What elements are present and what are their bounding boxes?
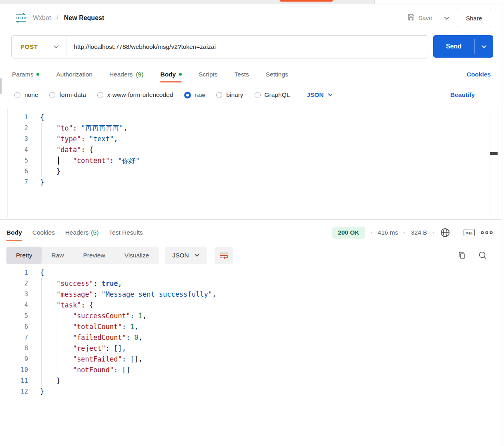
code-line[interactable]: 4 "data": { [0,145,140,155]
line-number: 5 [0,155,30,166]
tab-scripts-label: Scripts [199,71,217,78]
code-line[interactable]: 7 "failedCount": 0, [0,332,216,343]
line-number: 6 [0,166,30,177]
view-raw[interactable]: Raw [42,247,73,264]
code-line[interactable]: 4 "task": { [0,300,216,311]
body-type-form-data[interactable]: form-data [49,91,86,98]
code-line[interactable]: 5 "successCount": 1, [0,311,216,321]
request-body-editor[interactable]: 1{2 "to": "再再再再再",3 "type": "text",4 "da… [0,112,140,188]
status-badge[interactable]: 200 OK [332,227,365,239]
code-line[interactable]: 12} [0,386,216,397]
code-line[interactable]: 2 "to": "再再再再再", [0,123,140,134]
line-number: 4 [0,300,30,311]
send-options-chevron-icon[interactable] [475,35,493,58]
toolbar-right-icons [457,246,488,265]
radio-selected-icon [184,92,191,98]
response-tab-body[interactable]: Body [6,223,22,242]
editor-overview-ruler[interactable] [490,109,498,217]
body-type-x-www-form-urlencoded[interactable]: x-www-form-urlencoded [97,91,173,98]
breadcrumb: HTTP Wxbot / New Request [14,13,104,23]
tab-tests[interactable]: Tests [235,66,249,82]
line-number: 7 [0,332,30,343]
header-actions: Save Share [407,9,491,27]
line-number: 11 [0,376,30,386]
code-line[interactable]: 6 "totalCount": 1, [0,321,216,332]
tab-params[interactable]: Params [12,66,39,82]
send-button-label: Send [433,35,474,58]
code-line[interactable]: 3 "type": "text", [0,134,140,145]
meta-divider [457,228,457,237]
body-type-binary[interactable]: binary [216,91,243,98]
code-line[interactable]: 10 "notFound": [] [0,365,216,376]
view-pretty[interactable]: Pretty [6,247,42,264]
body-type-binary-label: binary [226,91,243,98]
tab-tests-label: Tests [235,71,249,78]
code-line[interactable]: 1{ [0,267,216,278]
code-line[interactable]: 3 "message": "Message sent successfully"… [0,289,216,300]
response-tab-body-label: Body [6,229,22,236]
copy-icon[interactable] [457,251,467,260]
tab-authorization[interactable]: Authorization [56,66,92,82]
more-actions-icon[interactable] [480,231,493,235]
mock-example-icon[interactable]: e.g. [464,229,475,236]
meta-separator-dot [371,232,372,233]
save-button[interactable]: Save [407,13,432,23]
view-visualize[interactable]: Visualize [115,247,159,264]
body-type-graphql[interactable]: GraphQL [255,91,290,98]
headers-count: (9) [136,71,143,78]
tab-scripts[interactable]: Scripts [199,66,217,82]
method-selector[interactable]: POST [12,43,66,50]
code-line[interactable]: 2 "success": true, [0,278,216,289]
tab-body[interactable]: Body [160,66,182,82]
method-label: POST [20,43,38,50]
line-number: 7 [0,177,30,188]
line-number: 3 [0,134,30,145]
response-language-chevron-icon [195,254,199,257]
code-line[interactable]: 1{ [0,112,140,123]
tab-headers[interactable]: Headers (9) [109,66,144,82]
view-preview[interactable]: Preview [74,247,115,264]
left-scrollbar-thumb[interactable] [0,78,2,94]
body-type-none[interactable]: none [14,91,38,98]
view-preview-label: Preview [83,252,105,259]
tab-params-label: Params [12,71,33,78]
save-options-chevron-icon[interactable] [444,16,450,20]
request-response-divider[interactable] [0,219,502,220]
send-button[interactable]: Send [433,35,493,58]
search-icon[interactable] [478,251,488,260]
line-number: 1 [0,112,30,123]
code-line[interactable]: 11 } [0,376,216,386]
line-number: 5 [0,311,30,321]
response-size[interactable]: 324 B [411,229,427,236]
code-line[interactable]: 5 "content": "你好" [0,155,140,166]
code-line[interactable]: 6 } [0,166,140,177]
url-input[interactable]: http://localhost:7788/webhook/msg/v2?tok… [66,43,216,50]
response-headers-count: (5) [91,229,98,236]
code-line[interactable]: 9 "sentFailed": [], [0,354,216,365]
cookies-link[interactable]: Cookies [467,66,491,82]
overview-ruler-cursor-mark [490,152,498,155]
indent-guide [41,123,42,177]
code-line[interactable]: 7} [0,177,140,188]
body-type-raw[interactable]: raw [184,91,205,98]
response-language-label: JSON [172,252,189,259]
tab-settings[interactable]: Settings [266,66,288,82]
share-button[interactable]: Share [457,9,491,27]
wrap-lines-button[interactable] [215,247,233,264]
response-tab-headers[interactable]: Headers (5) [65,223,99,242]
breadcrumb-request-name[interactable]: New Request [64,14,104,22]
code-line[interactable]: 8 "reject": [], [0,343,216,354]
postman-window: HTTP Wxbot / New Request Save [0,0,504,446]
save-button-label: Save [418,14,432,22]
response-tab-cookies[interactable]: Cookies [32,223,55,242]
response-body-editor[interactable]: 1{2 "success": true,3 "message": "Messag… [0,267,216,397]
network-globe-icon[interactable] [440,227,450,238]
response-tab-test-results[interactable]: Test Results [109,223,143,242]
response-language-select[interactable]: JSON [165,247,206,264]
raw-language-select[interactable]: JSON [307,91,332,98]
beautify-link[interactable]: Beautify [450,91,475,98]
response-tab-cookies-label: Cookies [32,229,55,236]
breadcrumb-collection[interactable]: Wxbot [33,14,51,22]
response-time[interactable]: 416 ms [378,229,398,236]
breadcrumb-separator: / [56,14,58,22]
